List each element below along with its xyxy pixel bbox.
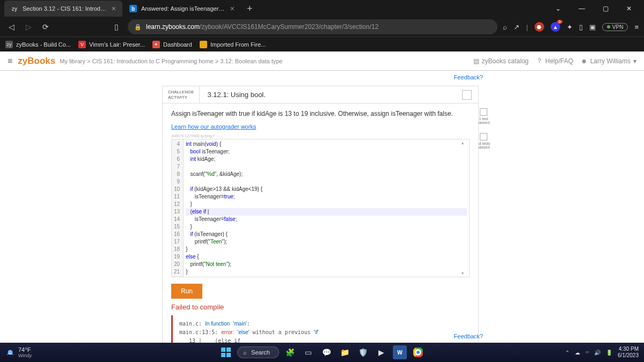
search-icon[interactable]: ⌕ (503, 23, 507, 31)
compiler-output: main.c: In function 'main': main.c:13:5:… (171, 315, 470, 343)
taskbar-app-5[interactable]: 🛡️ (356, 345, 370, 359)
svg-rect-3 (221, 353, 225, 357)
file-explorer-icon[interactable]: 📁 (338, 345, 352, 359)
user-menu[interactable]: ☻Larry Williams ▾ (581, 57, 636, 65)
help-link[interactable]: ？Help/FAQ (536, 56, 573, 65)
code-line[interactable]: } (186, 246, 467, 253)
vpn-badge[interactable]: VPN (602, 23, 628, 31)
tab-label: Section 3.12 - CIS 161: Introductio (23, 5, 107, 12)
weather-widget[interactable]: 74°F Windy (5, 346, 32, 358)
scroll-up-icon[interactable]: ▴ (462, 141, 468, 145)
wallet-icon[interactable]: ▣ (589, 23, 596, 31)
tab-close-icon[interactable]: × (230, 4, 235, 13)
tab-close-icon[interactable]: × (112, 4, 116, 13)
extension-icon-1[interactable]: ⬣ (535, 22, 544, 32)
code-line[interactable]: (else if | (186, 208, 467, 216)
tabs-row: zySection 3.12 - CIS 161: Introductio×bA… (0, 0, 644, 17)
content-area: Feedback? 1 test passed All tests passed… (0, 71, 644, 343)
zybooks-header: ≡ zyBooks My library > CIS 161: Introduc… (0, 51, 644, 71)
browser-tab-0[interactable]: zySection 3.12 - CIS 161: Introductio× (4, 1, 122, 17)
close-window-button[interactable]: ✕ (618, 2, 640, 16)
search-icon: ⌕ (243, 349, 247, 356)
code-line[interactable] (186, 163, 467, 171)
url-path: /zybook/AVCCIS161McCarySummer2023/chapte… (200, 23, 378, 31)
code-line[interactable]: bool isTeenager; (186, 148, 467, 156)
volume-icon[interactable]: 🔊 (594, 350, 601, 356)
back-button[interactable]: ◁ (5, 23, 17, 31)
code-editor[interactable]: 456789101112131415161718192021 int main(… (171, 139, 470, 277)
code-line[interactable]: } (186, 268, 467, 276)
run-button[interactable]: Run (171, 284, 202, 299)
start-button[interactable] (219, 345, 233, 359)
time: 4:30 PM (618, 346, 639, 352)
hamburger-icon[interactable]: ≡ (8, 56, 12, 66)
progress-box[interactable] (462, 90, 472, 100)
taskbar-app-2[interactable]: ▭ (302, 345, 316, 359)
test1-checkbox (480, 108, 487, 116)
instruction-text: Assign isTeenager with true if kidAge is… (171, 110, 470, 117)
extension-icon-2[interactable]: ▲1 (551, 22, 560, 32)
feedback-link-bottom[interactable]: Feedback? (454, 333, 483, 339)
code-line[interactable]: int main(void) { (186, 141, 467, 148)
bookmarks-bar: zyzyBooks - Build Co...VVimm's Lair: Pre… (0, 36, 644, 51)
bookmark-icon: zy (5, 41, 13, 48)
condition: Windy (18, 353, 32, 358)
bookmark-1[interactable]: VVimm's Lair: Preser... (78, 41, 145, 48)
media-player-icon[interactable]: ▶ (375, 345, 389, 359)
code-line[interactable]: scanf("%d", &kidAge); (186, 171, 467, 178)
tray-chevron-icon[interactable]: ⌃ (565, 350, 569, 356)
bookmark-0[interactable]: zyzyBooks - Build Co... (5, 41, 71, 48)
code-line[interactable]: printf("Not teen"); (186, 261, 467, 268)
breadcrumb[interactable]: My library > CIS 161: Introduction to C … (60, 58, 282, 64)
code-line[interactable]: } (186, 223, 467, 231)
chrome-icon[interactable] (411, 345, 425, 359)
reload-button[interactable]: ⟳ (40, 23, 52, 31)
date: 6/1/2023 (618, 352, 639, 359)
book-icon: ▤ (473, 57, 479, 65)
code-line[interactable]: if (isTeenager) { (186, 231, 467, 238)
code-line[interactable]: } (186, 201, 467, 208)
chevron-down-icon[interactable]: ⌄ (547, 2, 569, 16)
taskbar-app-1[interactable]: 🧩 (283, 345, 297, 359)
taskbar-app-3[interactable]: 💬 (320, 345, 334, 359)
scroll-down-icon[interactable]: ▾ (462, 271, 468, 276)
minimize-button[interactable]: — (571, 2, 592, 16)
zybooks-logo[interactable]: zyBooks (18, 56, 55, 67)
help-icon: ？ (536, 56, 543, 65)
battery-icon[interactable]: 🔋 (606, 350, 612, 356)
bookmark-title: Vimm's Lair: Preser... (89, 41, 145, 48)
menu-icon[interactable]: ≡ (634, 23, 639, 31)
taskbar-search[interactable]: ⌕Search (237, 346, 279, 358)
activity-card: CHALLENGEACTIVITY 3.12.1: Using bool. As… (162, 86, 479, 343)
onedrive-icon[interactable]: ☁ (575, 350, 580, 356)
panel-icon[interactable]: ▯ (579, 23, 583, 31)
maximize-button[interactable]: ▢ (595, 2, 616, 16)
share-icon[interactable]: ↗ (514, 23, 519, 31)
lock-icon: 🔒 (134, 24, 142, 31)
browser-tab-1[interactable]: bAnswered: Assign isTeenager with true× (123, 1, 241, 17)
url-bar[interactable]: 🔒 learn.zybooks.com/zybook/AVCCIS161McCa… (128, 19, 497, 34)
code-line[interactable]: int kidAge; (186, 156, 467, 163)
bookmark-3[interactable]: Imported From Fire... (200, 41, 266, 48)
word-icon[interactable]: W (393, 345, 407, 359)
new-tab-button[interactable]: + (241, 3, 258, 14)
bookmark-icon (200, 41, 207, 48)
feedback-link-top[interactable]: Feedback? (454, 74, 483, 80)
browser-chrome: zySection 3.12 - CIS 161: Introductio×bA… (0, 0, 644, 51)
code-line[interactable]: if (kidAge>13 && kidAge<19) { (186, 186, 467, 193)
clock[interactable]: 4:30 PM 6/1/2023 (618, 346, 639, 359)
code-line[interactable]: isTeenager=true; (186, 193, 467, 201)
reading-list-icon[interactable]: ▯ (111, 23, 122, 31)
puzzle-icon[interactable]: ✦ (567, 23, 573, 31)
wifi-icon[interactable]: ⌔ (586, 350, 589, 356)
code-line[interactable]: isTeenager=false; (186, 216, 467, 223)
autograder-link[interactable]: Learn how our autograder works (171, 123, 256, 130)
bookmark-2[interactable]: ✦Dashboard (152, 41, 192, 48)
code-line[interactable] (186, 178, 467, 186)
forward-button[interactable]: ▷ (23, 23, 34, 31)
meta-id: 480676.1279980.qx3zqy7 (171, 134, 470, 138)
code-line[interactable]: else { (186, 253, 467, 261)
code-line[interactable]: printf("Teen"); (186, 238, 467, 246)
catalog-link[interactable]: ▤zyBooks catalog (473, 57, 529, 65)
temperature: 74°F (18, 346, 32, 353)
